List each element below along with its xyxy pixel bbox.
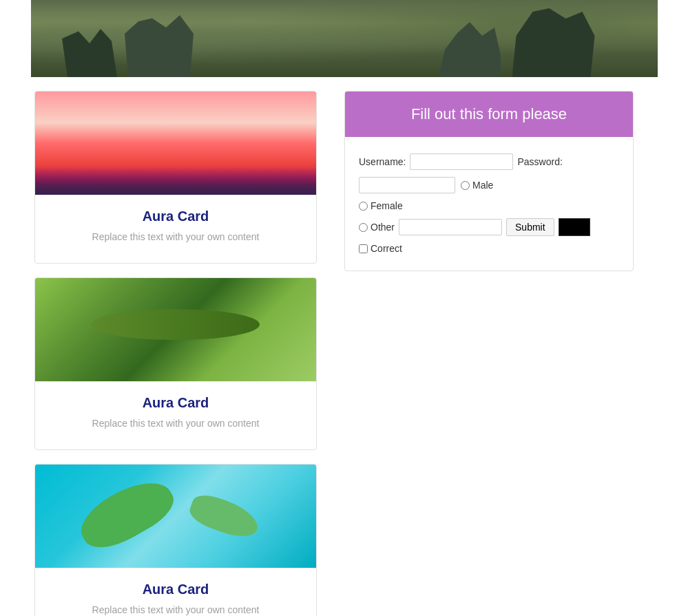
color-swatch[interactable] (559, 218, 590, 236)
female-label-text: Female (371, 200, 403, 211)
password-gender-row: Male (359, 177, 619, 193)
card-1-body: Aura Card Replace this text with your ow… (35, 195, 316, 263)
card-1: Aura Card Replace this text with your ow… (34, 91, 317, 264)
cards-column: Aura Card Replace this text with your ow… (34, 91, 317, 616)
card-3: Aura Card Replace this text with your ow… (34, 464, 317, 616)
form-title: Fill out this form please (359, 105, 619, 123)
form-panel: Fill out this form please Username: Pass… (344, 91, 634, 271)
female-radio[interactable] (359, 202, 368, 211)
password-input[interactable] (359, 177, 455, 193)
card-1-image (35, 92, 316, 195)
submit-button[interactable]: Submit (506, 218, 554, 236)
male-label-text: Male (472, 180, 493, 191)
correct-label-text: Correct (371, 243, 402, 254)
card-2-body: Aura Card Replace this text with your ow… (35, 381, 316, 449)
other-radio[interactable] (359, 223, 368, 232)
username-password-row: Username: Password: (359, 153, 619, 170)
card-3-image (35, 465, 316, 568)
username-label: Username: (359, 156, 406, 167)
card-2-image (35, 278, 316, 381)
male-radio[interactable] (461, 181, 470, 190)
correct-checkbox-label[interactable]: Correct (359, 243, 402, 254)
male-radio-label[interactable]: Male (461, 180, 493, 191)
card-2-title: Aura Card (49, 395, 302, 411)
other-label-text: Other (371, 222, 395, 233)
other-radio-label[interactable]: Other (359, 222, 395, 233)
card-3-text: Replace this text with your own content (49, 604, 302, 615)
card-2: Aura Card Replace this text with your ow… (34, 277, 317, 450)
card-1-title: Aura Card (49, 209, 302, 224)
correct-checkbox[interactable] (359, 244, 368, 253)
female-row: Female (359, 200, 619, 211)
username-input[interactable] (410, 153, 513, 170)
card-2-text: Replace this text with your own content (49, 418, 302, 429)
password-label: Password: (517, 156, 562, 167)
other-text-input[interactable] (399, 219, 502, 235)
card-3-body: Aura Card Replace this text with your ow… (35, 568, 316, 616)
correct-row: Correct (359, 243, 619, 254)
card-1-text: Replace this text with your own content (49, 231, 302, 242)
main-content: Aura Card Replace this text with your ow… (0, 77, 688, 616)
form-body: Username: Password: Male Female (345, 137, 633, 270)
form-header: Fill out this form please (345, 92, 633, 137)
female-radio-label[interactable]: Female (359, 200, 403, 211)
card-3-title: Aura Card (49, 582, 302, 597)
other-row: Other Submit (359, 218, 619, 236)
hero-banner (31, 0, 658, 77)
